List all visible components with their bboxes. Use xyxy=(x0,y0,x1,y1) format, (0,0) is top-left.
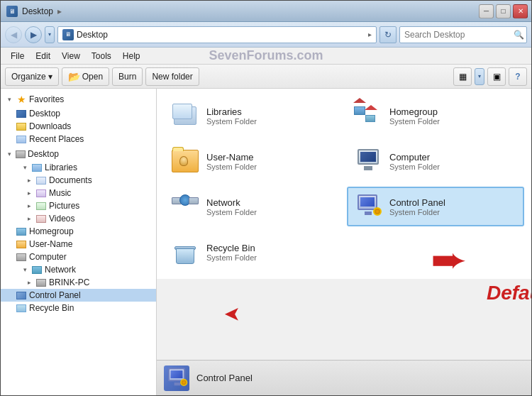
documents-expand: ▸ xyxy=(25,176,33,185)
new-folder-button[interactable]: New folder xyxy=(145,67,199,86)
status-text: Control Panel xyxy=(196,373,253,383)
sidebar-music-label: Music xyxy=(49,188,152,198)
controlpanel-name: Control Panel xyxy=(389,197,445,208)
recyclebin-nav-icon xyxy=(16,304,26,312)
computer-type: System Folder xyxy=(389,163,440,171)
content-item-recyclebin[interactable]: Recycle Bin System Folder xyxy=(164,232,341,272)
recyclebin-type: System Folder xyxy=(206,253,257,262)
username-type: System Folder xyxy=(206,163,257,171)
sidebar-network-label: Network xyxy=(45,265,152,275)
open-button[interactable]: 📂 Open xyxy=(62,67,109,86)
sidebar-item-computer[interactable]: Computer xyxy=(1,251,156,263)
toolbar-right: ▦ ▾ ▣ ? xyxy=(453,67,527,86)
computer-name: Computer xyxy=(389,152,440,163)
libraries-icon xyxy=(171,101,199,130)
content-item-homegroup[interactable]: Homegroup System Folder xyxy=(347,96,524,136)
desktop-header[interactable]: ▾ Desktop xyxy=(1,147,156,161)
sidebar-documents-label: Documents xyxy=(49,175,152,185)
status-bar: Control Panel xyxy=(157,360,531,395)
downloads-nav-icon xyxy=(16,123,26,131)
network-nav-icon xyxy=(32,266,42,274)
nav-dropdown[interactable]: ▾ xyxy=(45,26,55,43)
help-button[interactable]: ? xyxy=(509,67,527,86)
sidebar-item-recent-places[interactable]: Recent Places xyxy=(1,133,156,145)
details-pane-button[interactable]: ▣ xyxy=(487,67,506,86)
sidebar-libraries-label: Libraries xyxy=(45,163,152,172)
search-input[interactable] xyxy=(404,30,511,40)
menu-bar: File Edit View Tools Help SevenForums.co… xyxy=(1,48,531,65)
open-icon: 📂 xyxy=(68,71,80,82)
menu-file[interactable]: File xyxy=(5,50,30,62)
sidebar-desktop-section-label: Desktop xyxy=(28,149,152,159)
search-bar: 🔍 xyxy=(399,26,527,43)
sidebar-item-downloads[interactable]: Downloads xyxy=(1,120,156,133)
menu-edit[interactable]: Edit xyxy=(30,50,56,62)
title-icon: 🖥 xyxy=(6,6,18,17)
maximize-button[interactable]: □ xyxy=(496,4,511,18)
organize-dropdown-icon: ▾ xyxy=(48,72,52,82)
sidebar-item-videos[interactable]: ▸ Videos xyxy=(1,212,156,225)
homegroup-name: Homegroup xyxy=(389,106,440,117)
sidebar-item-network[interactable]: ▾ Network xyxy=(1,263,156,276)
controlpanel-info: Control Panel System Folder xyxy=(389,197,445,216)
title-separator: ▸ xyxy=(57,6,62,16)
sidebar-item-controlpanel[interactable]: Control Panel xyxy=(1,289,156,302)
back-button[interactable]: ◀ xyxy=(5,26,22,43)
network-icon-large xyxy=(171,192,199,221)
view-dropdown[interactable]: ▾ xyxy=(475,68,484,85)
status-icon xyxy=(164,365,189,391)
username-name: User-Name xyxy=(206,152,257,163)
content-pane: Libraries System Folder xyxy=(157,89,531,279)
menu-help[interactable]: Help xyxy=(117,50,146,62)
desktop-nav-icon2 xyxy=(16,150,26,158)
sidebar-item-documents[interactable]: ▸ Documents xyxy=(1,174,156,187)
controlpanel-type: System Folder xyxy=(389,208,445,216)
search-icon[interactable]: 🔍 xyxy=(514,30,524,40)
watermark: SevenForums.com xyxy=(209,48,323,63)
sidebar-item-desktop[interactable]: Desktop xyxy=(1,107,156,120)
recyclebin-info: Recycle Bin System Folder xyxy=(206,243,257,262)
network-name: Network xyxy=(206,197,257,208)
refresh-button[interactable]: ↻ xyxy=(379,26,397,43)
content-item-username[interactable]: User-Name System Folder xyxy=(164,141,341,181)
username-info: User-Name System Folder xyxy=(206,152,257,171)
sidebar-item-brinkpc[interactable]: ▸ BRINK-PC xyxy=(1,276,156,289)
burn-label: Burn xyxy=(118,72,136,82)
menu-view[interactable]: View xyxy=(56,50,86,62)
homegroup-icon-large xyxy=(354,101,382,130)
sidebar-item-homegroup[interactable]: Homegroup xyxy=(1,225,156,238)
recyclebin-name: Recycle Bin xyxy=(206,243,257,253)
minimize-button[interactable]: ─ xyxy=(479,4,494,18)
title-controls: ─ □ ✕ xyxy=(479,4,528,18)
forward-button[interactable]: ▶ xyxy=(25,26,42,43)
default-label: Default xyxy=(487,282,531,304)
sidebar-item-music[interactable]: ▸ Music xyxy=(1,187,156,199)
menu-tools[interactable]: Tools xyxy=(86,50,117,62)
content-item-controlpanel[interactable]: Control Panel System Folder xyxy=(347,187,524,226)
organize-button[interactable]: Organize ▾ xyxy=(5,67,59,86)
content-item-network[interactable]: Network System Folder xyxy=(164,187,341,226)
content-item-computer[interactable]: Computer System Folder xyxy=(347,141,524,181)
recyclebin-icon-large xyxy=(171,238,199,266)
sidebar-item-username[interactable]: User-Name xyxy=(1,238,156,251)
controlpanel-icon-large xyxy=(354,192,382,221)
sidebar-item-libraries[interactable]: ▾ Libraries xyxy=(1,161,156,174)
computer-icon-large xyxy=(354,147,382,175)
address-dropdown[interactable]: ▸ xyxy=(368,31,372,38)
homegroup-type: System Folder xyxy=(389,117,440,126)
sidebar-item-pictures[interactable]: ▸ Pictures xyxy=(1,199,156,212)
desktop-expand: ▾ xyxy=(5,150,13,158)
burn-button[interactable]: Burn xyxy=(112,67,143,86)
view-layout-button[interactable]: ▦ xyxy=(453,67,472,86)
sidebar-item-recyclebin[interactable]: Recycle Bin xyxy=(1,302,156,314)
content-item-libraries[interactable]: Libraries System Folder xyxy=(164,96,341,136)
sidebar-pictures-label: Pictures xyxy=(49,201,152,211)
close-button[interactable]: ✕ xyxy=(513,4,528,18)
sidebar-brinkpc-label: BRINK-PC xyxy=(49,277,152,287)
nav-bar: ◀ ▶ ▾ 🖥 Desktop ▸ ↻ 🔍 xyxy=(1,22,531,48)
organize-label: Organize xyxy=(11,72,46,82)
libraries-info: Libraries System Folder xyxy=(206,106,257,126)
libraries-type: System Folder xyxy=(206,117,257,126)
computer-nav-icon xyxy=(16,253,26,261)
favorites-header[interactable]: ▾ ★ Favorites xyxy=(1,92,156,107)
